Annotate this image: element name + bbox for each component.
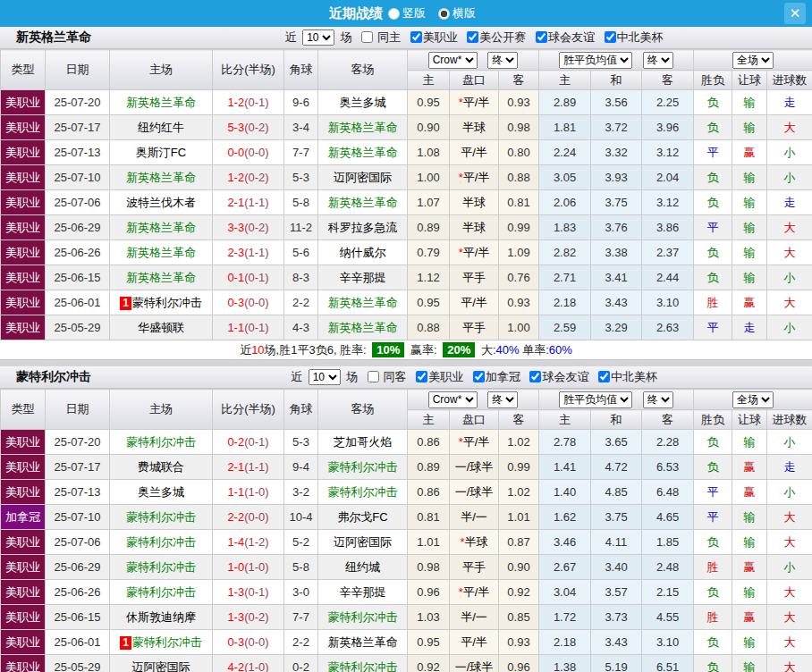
handicap-text: 平/半	[461, 296, 487, 309]
avg-draw-odds: 3.75	[591, 505, 642, 530]
avg-away-odds: 3.12	[642, 140, 694, 165]
handicap-line: *平/半	[450, 165, 499, 190]
league-filter-checkbox[interactable]	[473, 371, 485, 382]
handicap-text: 半球	[465, 535, 488, 549]
col-date: 日期	[46, 390, 110, 430]
sub-home-odds: 主	[408, 71, 450, 90]
half-time-score: (0-0)	[244, 146, 268, 159]
avg-type-select[interactable]: 胜平负均值	[559, 391, 632, 408]
half-time-score: (0-1)	[244, 585, 268, 599]
close-icon[interactable]: ✕	[784, 3, 806, 24]
result-group-header: 全场	[694, 50, 812, 71]
league-filter-checkbox[interactable]	[416, 371, 427, 382]
league-filter-checkbox[interactable]	[605, 31, 616, 43]
full-time-score: 1-2	[227, 171, 244, 184]
league-badge: 美职业	[1, 480, 46, 505]
home-team-name: 迈阿密国际	[132, 660, 190, 672]
avg-away-odds: 3.86	[642, 215, 694, 240]
away-team-name: 迈阿密国际	[334, 171, 392, 184]
league-badge: 美职业	[1, 455, 46, 480]
handicap-home-odds: 0.95	[408, 290, 450, 315]
same-venue-checkbox[interactable]	[368, 371, 379, 382]
avg-home-odds: 2.67	[539, 555, 591, 580]
home-team-cell: 新英格兰革命	[110, 240, 213, 265]
home-team-name: 华盛顿联	[138, 321, 184, 334]
avg-time-select[interactable]: 终	[643, 391, 673, 408]
vertical-layout-label[interactable]: 竖版	[402, 5, 426, 21]
away-team-cell: 新英格兰革命	[318, 190, 408, 215]
col-let: 让球	[732, 71, 767, 90]
match-row: 美职业25-07-20新英格兰革命1-2(0-1)9-6奥兰多城0.95*平/半…	[1, 90, 812, 115]
match-date: 25-07-10	[46, 165, 110, 190]
handicap-home-odds: 0.88	[408, 315, 450, 340]
away-team-cell: 奥兰多城	[318, 90, 408, 115]
avg-home-odds: 3.04	[539, 580, 591, 605]
corners-cell: 5-3	[284, 165, 318, 190]
match-row: 美职业25-06-011蒙特利尔冲击0-3(0-0)2-2新英格兰革命0.95平…	[1, 290, 812, 315]
match-count-select[interactable]: 10	[302, 29, 334, 46]
goals-result: 大	[767, 215, 812, 240]
full-time-score: 2-3	[227, 246, 244, 259]
avg-draw-odds: 5.19	[591, 655, 642, 672]
goals-result: 小	[767, 315, 812, 340]
goals-result: 大	[767, 655, 812, 672]
home-team-cell: 蒙特利尔冲击	[110, 555, 213, 580]
score-cell: 4-2(1-0)	[213, 655, 284, 672]
wdl-result: 平	[694, 505, 732, 530]
away-team-cell: 纽约城	[318, 555, 408, 580]
sub-avg-home: 主	[539, 71, 591, 90]
avg-draw-odds: 3.72	[591, 115, 642, 140]
horizontal-layout-radio[interactable]	[438, 8, 450, 20]
league-filter-checkbox[interactable]	[410, 31, 422, 43]
avg-home-odds: 1.40	[539, 480, 591, 505]
home-team-name: 蒙特利尔冲击	[126, 435, 196, 449]
score-cell: 0-3(0-0)	[213, 630, 284, 655]
match-row: 美职业25-06-26新英格兰革命2-3(1-1)5-6纳什威尔0.79*平/半…	[1, 240, 812, 265]
avg-time-select[interactable]: 终	[643, 52, 673, 69]
corners-cell: 3-4	[284, 115, 318, 140]
wdl-result: 平	[694, 315, 732, 340]
away-team-cell: 纳什威尔	[318, 240, 408, 265]
avg-home-odds: 2.24	[539, 140, 591, 165]
handicap-line: 一/球半	[450, 655, 499, 672]
avg-draw-odds: 3.57	[591, 580, 642, 605]
odds-time-select[interactable]: 终	[487, 52, 518, 69]
score-cell: 2-1(1-1)	[213, 455, 284, 480]
scope-select[interactable]: 全场	[732, 52, 774, 69]
corners-cell: 7-7	[284, 605, 318, 630]
away-team-cell: 蒙特利尔冲击	[318, 480, 408, 505]
avg-draw-odds: 3.40	[591, 555, 642, 580]
scope-select[interactable]: 全场	[732, 391, 774, 408]
match-date: 25-07-06	[46, 190, 110, 215]
league-filter-checkbox[interactable]	[598, 371, 610, 382]
odds-company-select[interactable]: Crow*	[428, 391, 478, 408]
match-count-select[interactable]: 10	[309, 369, 341, 385]
corners-cell: 0-2	[284, 655, 318, 672]
vertical-layout-radio[interactable]	[388, 8, 400, 20]
win-rate-badge: 10%	[372, 342, 404, 357]
home-team-cell: 休斯敦迪纳摩	[110, 605, 213, 630]
wdl-result: 负	[694, 630, 732, 655]
league-filter-checkbox[interactable]	[467, 31, 478, 43]
handicap-home-odds: 0.92	[408, 655, 450, 672]
home-team-cell: 新英格兰革命	[110, 90, 213, 115]
handicap-text: 半球	[462, 121, 486, 134]
wdl-result: 负	[694, 455, 732, 480]
odds-time-select[interactable]: 终	[487, 391, 518, 408]
away-team-name: 新英格兰革命	[328, 635, 398, 649]
odds-company-select[interactable]: Crow*	[428, 52, 478, 69]
same-venue-checkbox[interactable]	[361, 31, 373, 43]
league-filter-checkbox[interactable]	[529, 371, 541, 382]
handicap-home-odds: 0.95	[408, 90, 450, 115]
league-badge: 美职业	[1, 90, 46, 115]
col-date: 日期	[46, 50, 110, 90]
league-filter-checkbox[interactable]	[536, 31, 547, 43]
avg-type-select[interactable]: 胜平负均值	[559, 52, 632, 69]
handicap-text: 平/半	[461, 146, 487, 159]
horizontal-layout-label[interactable]: 横版	[453, 5, 476, 21]
half-time-score: (1-0)	[244, 485, 268, 499]
handicap-home-odds: 1.07	[408, 190, 450, 215]
away-team-name: 蒙特利尔冲击	[328, 660, 398, 672]
score-cell: 1-1(0-1)	[213, 315, 284, 340]
match-row: 美职业25-07-17费城联合2-1(1-1)9-4蒙特利尔冲击0.89一/球半…	[1, 455, 812, 480]
